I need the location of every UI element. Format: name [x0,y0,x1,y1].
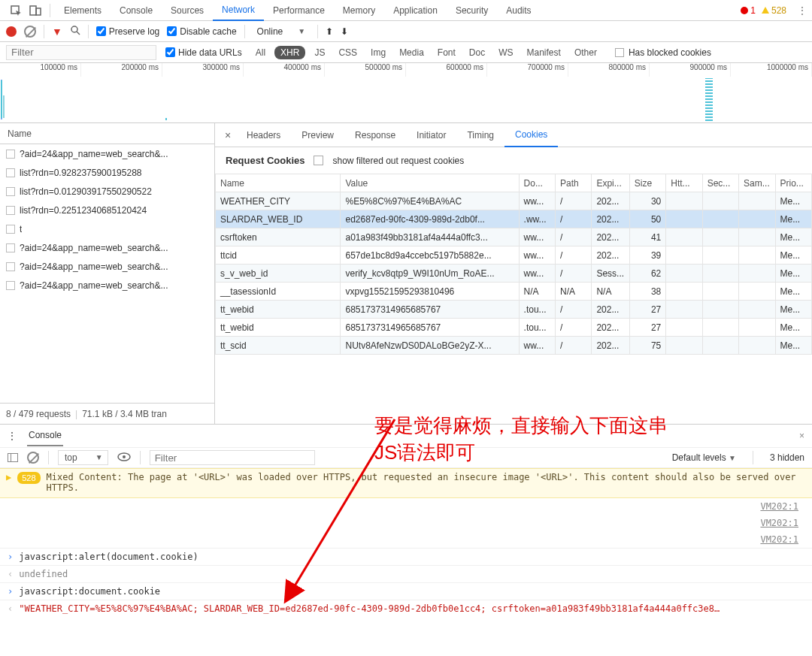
filter-type-all[interactable]: All [251,46,270,59]
warning-count[interactable]: 528 [762,5,786,16]
disable-cache-checkbox[interactable]: Disable cache [167,26,236,37]
file-icon [6,150,15,159]
kebab-menu-icon[interactable]: ⋮ [792,1,812,20]
detail-tab-initiator[interactable]: Initiator [406,124,456,147]
table-row[interactable]: WEATHER_CITY%E5%8C%97%E4%BA%ACww.../202.… [216,192,812,210]
main-tab-sources[interactable]: Sources [162,1,213,20]
upload-har-icon[interactable]: ⬆ [326,26,333,37]
table-header[interactable]: Do... [519,174,555,192]
hidden-count[interactable]: 3 hidden [770,452,804,463]
download-har-icon[interactable]: ⬇ [341,26,348,37]
request-list-panel: Name ?aid=24&app_name=web_search&...list… [0,123,215,424]
table-header[interactable]: Sec... [702,174,738,192]
table-header[interactable]: Htt... [666,174,702,192]
network-toolbar: ▼ Preserve log Disable cache Online▼ ⬆ ⬇ [0,21,812,42]
request-row[interactable]: ?aid=24&app_name=web_search&... [0,276,214,295]
source-link[interactable]: VM202:1 [0,498,812,515]
filter-type-font[interactable]: Font [433,46,460,59]
context-select[interactable]: top▼ [58,450,108,465]
filter-type-doc[interactable]: Doc [465,46,489,59]
table-row[interactable]: tt_webid6851737314965685767.tou.../202..… [216,319,812,337]
close-icon[interactable]: × [220,129,236,141]
filter-type-js[interactable]: JS [310,46,329,59]
table-row[interactable]: s_v_web_idverify_kcv8qtp9_W9I10nUm_RoAE.… [216,265,812,283]
table-row[interactable]: ttcid657de1bc8d9a4ccebc5197b5882e...ww..… [216,246,812,265]
main-tab-network[interactable]: Network [213,0,264,21]
request-list-header[interactable]: Name [0,123,214,144]
main-tab-memory[interactable]: Memory [334,1,384,20]
detail-tab-cookies[interactable]: Cookies [504,123,558,147]
table-header[interactable]: Prio... [775,174,811,192]
request-row[interactable]: ?aid=24&app_name=web_search&... [0,238,214,257]
table-header[interactable]: Value [341,174,519,192]
filter-type-media[interactable]: Media [395,46,429,59]
table-row[interactable]: csrftokena01a983f49bb3181af4a444a0ffc3..… [216,228,812,246]
blocked-cookies-checkbox[interactable] [615,48,624,57]
table-row[interactable]: SLARDAR_WEB_IDed2687ed-90fc-4309-989d-2d… [216,210,812,228]
main-tab-application[interactable]: Application [384,1,447,20]
clear-icon[interactable] [24,26,36,38]
filter-type-img[interactable]: Img [366,46,390,59]
file-icon [6,168,15,177]
throttling-select[interactable]: Online▼ [253,26,311,37]
request-cookies-title: Request Cookies [226,155,304,166]
main-tab-audits[interactable]: Audits [497,1,540,20]
table-header[interactable]: Expi... [592,174,629,192]
detail-tab-timing[interactable]: Timing [456,124,504,147]
request-row[interactable]: ?aid=24&app_name=web_search&... [0,144,214,163]
table-header[interactable]: Sam... [739,174,775,192]
hide-data-urls-checkbox[interactable]: Hide data URLs [165,47,242,58]
detail-tab-preview[interactable]: Preview [291,124,344,147]
show-filtered-checkbox[interactable] [314,156,323,165]
console-line[interactable]: ›javascript:alert(document.cookie) [0,548,812,565]
inspect-element-icon[interactable] [6,1,26,20]
source-link[interactable]: VM202:1 [0,531,812,548]
log-levels-select[interactable]: Default levels ▼ [672,452,736,463]
console-line[interactable]: ‹undefined [0,565,812,582]
console-line[interactable]: ›javascript:document.cookie [0,582,812,600]
table-row[interactable]: tt_webid6851737314965685767.tou.../202..… [216,301,812,319]
live-expression-icon[interactable] [117,452,131,464]
search-icon[interactable] [70,25,80,38]
request-row[interactable]: list?rdn=0.012903917550290522 [0,182,214,201]
table-header[interactable]: Name [216,174,341,192]
console-line[interactable]: ‹"WEATHER_CITY=%E5%8C%97%E4%BA%AC; SLARD… [0,600,812,617]
request-row[interactable]: ?aid=24&app_name=web_search&... [0,257,214,276]
request-row[interactable]: list?rdn=0.9282375900195288 [0,163,214,182]
filter-type-ws[interactable]: WS [494,46,517,59]
main-tab-console[interactable]: Console [111,1,162,20]
console-tab[interactable]: Console [27,425,63,446]
filter-type-css[interactable]: CSS [334,46,362,59]
drawer-menu-icon[interactable]: ⋮ [8,431,17,441]
timeline-tick: 300000 ms [162,63,244,77]
network-timeline[interactable]: 100000 ms200000 ms300000 ms400000 ms5000… [0,63,812,123]
filter-type-other[interactable]: Other [570,46,601,59]
detail-tab-response[interactable]: Response [344,124,406,147]
table-row[interactable]: tt_scidNUtv8AfeNzwDS0DALoBGe2yZ-X...ww..… [216,337,812,355]
source-link[interactable]: VM202:1 [0,515,812,531]
console-filter-input[interactable] [150,450,315,465]
record-button[interactable] [6,26,17,37]
table-header[interactable]: Path [555,174,591,192]
filter-type-manifest[interactable]: Manifest [523,46,565,59]
device-toolbar-icon[interactable] [26,1,45,20]
filter-toggle-icon[interactable]: ▼ [52,26,62,38]
timeline-tick: 800000 ms [568,63,650,77]
detail-tab-headers[interactable]: Headers [236,124,291,147]
main-tab-performance[interactable]: Performance [264,1,334,20]
filter-input[interactable] [6,45,156,60]
timeline-tick: 600000 ms [406,63,487,77]
table-header[interactable]: Size [629,174,665,192]
filter-type-xhr[interactable]: XHR [274,46,305,59]
preserve-log-checkbox[interactable]: Preserve log [96,26,159,37]
separator [44,25,44,38]
request-row[interactable]: list?rdn=0.22512340685120424 [0,201,214,219]
main-tab-elements[interactable]: Elements [55,1,111,20]
error-count[interactable]: 1 [741,5,756,16]
sidebar-toggle-icon[interactable] [8,453,18,462]
clear-console-icon[interactable] [27,452,39,464]
table-row[interactable]: __tasessionIdvxpvg15521595293810496N/AN/… [216,283,812,301]
request-row[interactable]: t [0,219,214,238]
close-icon[interactable]: × [799,431,804,441]
main-tab-security[interactable]: Security [447,1,497,20]
